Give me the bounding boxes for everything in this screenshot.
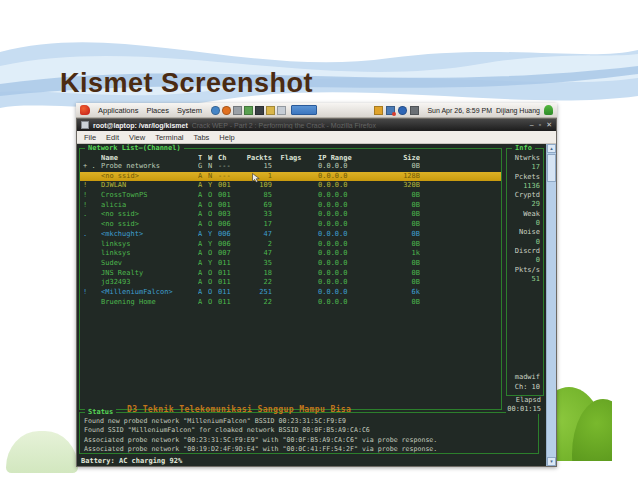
taskbar-window-button[interactable] bbox=[291, 105, 317, 115]
cell-cf bbox=[80, 269, 101, 279]
network-row[interactable]: JNS RealtyAO011180.0.0.00B bbox=[80, 269, 501, 279]
info-panel: Info Ntwrks17Pckets1136Cryptd29Weak0Nois… bbox=[506, 148, 544, 396]
menubar-tabs[interactable]: Tabs bbox=[194, 133, 210, 142]
network-row[interactable]: SudevAY011350.0.0.00B bbox=[80, 259, 501, 269]
network-row[interactable]: !aliciaAO001690.0.0.00B bbox=[80, 201, 501, 211]
minimize-button[interactable]: – bbox=[530, 120, 534, 130]
menu-system[interactable]: System bbox=[177, 106, 202, 115]
clock-applet[interactable]: Sun Apr 26, 8:59 PM bbox=[427, 107, 492, 114]
cell-cs: 6k bbox=[374, 288, 420, 298]
cell-ct: A bbox=[198, 220, 208, 230]
network-row[interactable]: !CrossTownPSAO001850.0.0.00B bbox=[80, 191, 501, 201]
text-editor-icon[interactable] bbox=[277, 106, 286, 115]
scroll-down-button[interactable] bbox=[547, 457, 556, 466]
cell-cl bbox=[272, 288, 310, 298]
cell-cs: 0B bbox=[374, 220, 420, 230]
cell-cc: 003 bbox=[218, 210, 242, 220]
terminal-scrollbar[interactable] bbox=[546, 144, 556, 466]
menubar-view[interactable]: View bbox=[129, 133, 145, 142]
cell-cf bbox=[80, 220, 101, 230]
cell-ci: 0.0.0.0 bbox=[310, 172, 374, 182]
cell-cn: <mkchught> bbox=[101, 230, 198, 240]
cell-cn: linksys bbox=[101, 240, 198, 250]
keyring-icon[interactable] bbox=[266, 106, 275, 115]
cell-cs: 0B bbox=[374, 191, 420, 201]
key-icon[interactable] bbox=[374, 106, 383, 115]
cell-cp: 2 bbox=[242, 240, 272, 250]
capture-source: madwif Ch: 10 bbox=[515, 373, 540, 392]
close-button[interactable]: ✕ bbox=[546, 120, 552, 130]
network-monitor-icon[interactable] bbox=[386, 106, 395, 115]
cell-cn: JNS Realty bbox=[101, 269, 198, 279]
terminal-menubar: FileEditViewTerminalTabsHelp bbox=[77, 131, 556, 144]
scrollbar-thumb[interactable] bbox=[547, 154, 556, 182]
cell-cn: Sudev bbox=[101, 259, 198, 269]
desktop-screenshot: ApplicationsPlacesSystem Sun Apr 26, 8:5… bbox=[76, 103, 557, 467]
network-row[interactable]: <no ssid>AO006170.0.0.00B bbox=[80, 220, 501, 230]
maximize-button[interactable]: ▫ bbox=[539, 120, 541, 130]
window-title-faint-text: Crack WEP - Part 2 : Performing the Crac… bbox=[192, 122, 526, 129]
cell-ci: 0.0.0.0 bbox=[310, 220, 374, 230]
network-row[interactable]: <no ssid>AN---10.0.0.0128B bbox=[80, 172, 501, 182]
cell-ci: 0.0.0.0 bbox=[310, 181, 374, 191]
network-row[interactable]: .<no ssid>AO003330.0.0.00B bbox=[80, 210, 501, 220]
cell-cc: 011 bbox=[218, 278, 242, 288]
cell-cn: <MilleniumFalcon> bbox=[101, 288, 198, 298]
cell-cl bbox=[272, 162, 310, 172]
network-list-header: NameTWChPacktsFlagsIP RangeSize bbox=[80, 154, 501, 162]
cell-cc: 001 bbox=[218, 181, 242, 191]
terminal-icon[interactable] bbox=[233, 106, 242, 115]
window-titlebar[interactable]: root@laptop: /var/log/kismet Crack WEP -… bbox=[77, 119, 556, 131]
update-notifier-icon[interactable] bbox=[398, 106, 407, 115]
column-header bbox=[80, 154, 101, 162]
terminal-window-icon bbox=[81, 121, 89, 129]
cell-cc: 011 bbox=[218, 288, 242, 298]
menubar-help[interactable]: Help bbox=[219, 133, 234, 142]
scroll-up-button[interactable] bbox=[547, 144, 556, 153]
cell-cf bbox=[80, 298, 101, 308]
cell-cc: 006 bbox=[218, 230, 242, 240]
capture-card-name: madwif bbox=[515, 373, 540, 382]
cell-cw: O bbox=[208, 220, 218, 230]
network-row[interactable]: Bruening HomeAO011220.0.0.00B bbox=[80, 298, 501, 308]
menubar-terminal[interactable]: Terminal bbox=[155, 133, 183, 142]
mouse-cursor bbox=[252, 173, 260, 183]
cell-cl bbox=[272, 181, 310, 191]
volume-icon[interactable] bbox=[410, 106, 419, 115]
column-header: W bbox=[208, 154, 218, 162]
screenshot-icon[interactable] bbox=[255, 106, 264, 115]
cell-cs: 0B bbox=[374, 162, 420, 172]
menu-places[interactable]: Places bbox=[146, 106, 169, 115]
firefox-icon[interactable] bbox=[222, 106, 231, 115]
network-row[interactable]: !<MilleniumFalcon>AO0112510.0.0.06k bbox=[80, 288, 501, 298]
cell-cs: 0B bbox=[374, 259, 420, 269]
network-row[interactable]: !DJWLANAY0011090.0.0.0320B bbox=[80, 181, 501, 191]
package-manager-icon[interactable] bbox=[244, 106, 253, 115]
info-label: Weak bbox=[507, 210, 543, 219]
menubar-edit[interactable]: Edit bbox=[106, 133, 119, 142]
cell-cf: . bbox=[80, 210, 101, 220]
network-row[interactable]: + .Probe networksGN---150.0.0.00B bbox=[80, 162, 501, 172]
user-switcher[interactable]: Dijiang Huang bbox=[496, 107, 540, 114]
distro-logo-icon[interactable] bbox=[80, 105, 90, 115]
cell-cp: 22 bbox=[242, 278, 272, 288]
network-row[interactable]: .<mkchught>AY006470.0.0.00B bbox=[80, 230, 501, 240]
menubar-file[interactable]: File bbox=[84, 133, 96, 142]
info-value: 0 bbox=[507, 238, 543, 247]
cell-ci: 0.0.0.0 bbox=[310, 249, 374, 259]
cell-ci: 0.0.0.0 bbox=[310, 298, 374, 308]
network-row[interactable]: jd32493AO011220.0.0.00B bbox=[80, 278, 501, 288]
cell-cf: ! bbox=[80, 288, 101, 298]
info-panel-title: Info bbox=[512, 144, 535, 153]
network-row[interactable]: linksysAY00620.0.0.00B bbox=[80, 240, 501, 250]
cell-cl bbox=[272, 191, 310, 201]
network-row[interactable]: linksysAO007470.0.0.01k bbox=[80, 249, 501, 259]
cell-ct: A bbox=[198, 249, 208, 259]
cell-cl bbox=[272, 298, 310, 308]
cell-cw: O bbox=[208, 210, 218, 220]
cell-cc: --- bbox=[218, 162, 242, 172]
cell-cn: jd32493 bbox=[101, 278, 198, 288]
menu-applications[interactable]: Applications bbox=[98, 106, 138, 115]
cell-ct: A bbox=[198, 191, 208, 201]
web-browser-icon[interactable] bbox=[211, 106, 220, 115]
